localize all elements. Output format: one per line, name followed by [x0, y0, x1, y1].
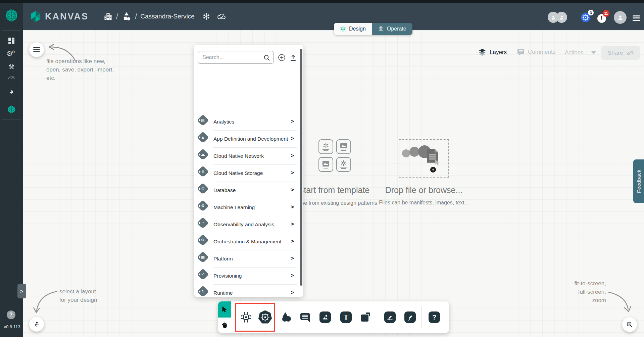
category-row[interactable]: ⚙ Orchestration & Management > — [194, 233, 303, 250]
draw-tool[interactable] — [401, 301, 419, 333]
design-name[interactable]: Cassandra-Service — [140, 13, 195, 20]
toolbar-divider — [422, 306, 422, 328]
search-input[interactable] — [198, 51, 273, 63]
category-tag-icon: ⚙ — [197, 234, 209, 246]
kubernetes-status[interactable]: 3 — [580, 12, 591, 23]
category-row[interactable]: ▦ Platform > — [194, 250, 303, 268]
operate-icon — [378, 26, 384, 32]
sign-tool[interactable] — [381, 301, 399, 333]
chevron-right-icon: > — [291, 289, 294, 296]
kanvas-app: { "app": { "version": "v0.8.113", "feedb… — [0, 0, 644, 337]
file-drop-zone[interactable]: + — [399, 139, 449, 178]
layers-icon — [478, 48, 487, 57]
text-tool[interactable]: T — [337, 301, 355, 333]
template-card-image[interactable] — [336, 139, 351, 154]
pan-tool[interactable] — [218, 318, 231, 333]
comments-label: Comments — [528, 49, 555, 55]
design-pattern-icon — [341, 160, 347, 166]
image-tool[interactable] — [316, 301, 335, 333]
add-component-icon[interactable] — [278, 53, 286, 62]
chevron-right-icon: > — [291, 135, 294, 142]
drop-file-title[interactable]: Drop file or browse... — [374, 185, 474, 195]
category-label: App Definition and Development — [213, 136, 288, 142]
sidebar-item-lifecycle[interactable]: ⚙⚙ — [0, 50, 23, 58]
category-row[interactable]: ≡ Cloud Native Storage > — [194, 165, 303, 182]
sidebar-item-kanvas[interactable] — [0, 105, 23, 114]
chevron-right-icon: > — [291, 187, 294, 193]
category-label: Cloud Native Storage — [213, 170, 263, 176]
search-box — [198, 51, 274, 64]
toolbar-help-button[interactable]: ? — [425, 301, 444, 333]
kanvas-logo-icon — [30, 10, 42, 22]
comment-tool[interactable] — [296, 301, 314, 333]
import-upload-icon[interactable] — [289, 53, 297, 62]
component-tool[interactable] — [237, 301, 255, 333]
sidebar-item-extensions[interactable]: ◕ — [0, 87, 23, 96]
expand-chevron-icon: > — [20, 288, 23, 294]
share-button[interactable]: Share — [601, 46, 640, 60]
notes-tool[interactable] — [356, 301, 375, 333]
template-card-image[interactable] — [318, 157, 333, 172]
category-tag-icon: ≡ — [197, 166, 209, 178]
zoom-controls-button[interactable] — [622, 317, 637, 332]
collaborators[interactable] — [548, 12, 567, 23]
drop-file-subtitle: Files can be manifests, images, text... — [374, 200, 474, 206]
layout-graph-icon — [33, 321, 40, 328]
category-row[interactable]: ✓ Provisioning > — [194, 268, 303, 285]
chevron-right-icon: > — [291, 204, 294, 210]
notifications[interactable]: ! 11 — [597, 14, 606, 23]
text-tool-icon: T — [344, 313, 348, 322]
kubernetes-wheel-icon — [258, 310, 273, 325]
layout-selector-button[interactable] — [29, 317, 44, 332]
kanvas-logo[interactable]: KANVAS — [30, 10, 89, 22]
category-tag-icon: ▲ — [197, 132, 209, 143]
shapes-tool[interactable] — [277, 301, 295, 333]
chevron-right-icon: > — [291, 170, 294, 176]
share-link-icon — [627, 50, 634, 56]
notes-icon — [360, 311, 371, 323]
category-row[interactable]: ▤ Analytics > — [194, 113, 303, 131]
comments-button[interactable]: Comments — [517, 48, 555, 56]
category-tag-icon: ☁ — [197, 149, 209, 160]
sidebar-expand-button[interactable]: > — [17, 284, 26, 298]
kubernetes-tool[interactable] — [256, 301, 275, 333]
template-card-design[interactable] — [318, 139, 333, 154]
sidebar-item-dashboard[interactable] — [0, 37, 23, 44]
user-avatar[interactable] — [614, 11, 627, 24]
category-row[interactable]: ⚙ Machine Learning > — [194, 199, 303, 216]
cursor-decor-icon — [434, 159, 441, 167]
header-menu-button[interactable] — [633, 14, 640, 22]
window-top-strip — [0, 0, 644, 3]
zoom-in-icon — [626, 321, 633, 328]
panel-scrollbar[interactable] — [300, 49, 302, 286]
designs-icon[interactable] — [121, 11, 132, 21]
feedback-tab[interactable]: Feedback — [633, 159, 644, 203]
help-button[interactable]: ? — [7, 310, 15, 319]
dot-decor — [402, 149, 410, 157]
category-row[interactable]: ☁ Cloud Native Network > — [194, 148, 303, 165]
category-row[interactable]: ▲ App Definition and Development > — [194, 131, 303, 148]
file-menu-button[interactable] — [29, 42, 44, 57]
organization-icon[interactable] — [103, 11, 113, 21]
select-tool[interactable] — [218, 301, 231, 318]
collaborator-avatar[interactable] — [548, 12, 559, 23]
category-row[interactable]: ⊙ Database > — [194, 182, 303, 199]
actions-dropdown[interactable]: Actions — [565, 49, 596, 56]
image-icon — [323, 161, 329, 166]
template-card-design[interactable] — [336, 157, 351, 172]
category-tag-icon: ↻ — [197, 286, 209, 297]
meshery-logo-icon[interactable] — [4, 8, 18, 22]
sidebar-item-configuration[interactable]: ⚒ — [0, 63, 23, 71]
category-row[interactable]: ◔ Observability and Analysis > — [194, 216, 303, 233]
category-label: Analytics — [213, 119, 234, 125]
annotation-layout: select a layout for your design — [59, 287, 97, 304]
category-label: Observability and Analysis — [213, 222, 274, 228]
chevron-right-icon: > — [291, 272, 294, 279]
layers-button[interactable]: Layers — [478, 48, 507, 57]
tab-design[interactable]: Design — [334, 23, 372, 35]
environment-icon[interactable] — [202, 12, 211, 21]
category-row[interactable]: ↻ Runtime > — [194, 285, 303, 297]
sidebar-item-performance[interactable] — [0, 74, 23, 80]
tab-operate[interactable]: Operate — [372, 23, 412, 35]
annotation-arrow-zoom — [607, 289, 634, 316]
